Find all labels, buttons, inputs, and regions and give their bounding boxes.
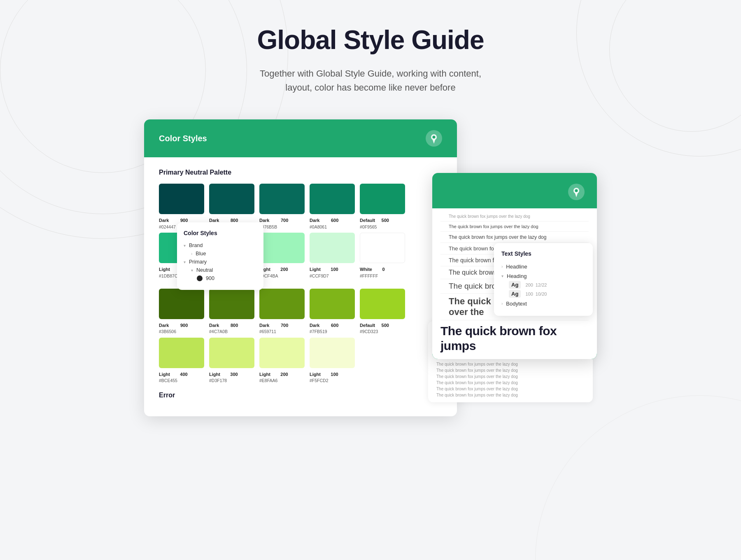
swatch-light-100: Light 100 #CCF9D7 — [310, 233, 355, 279]
swatch-box — [360, 184, 405, 214]
swatch-box — [159, 338, 204, 368]
sidebar-item-label: 900 — [206, 275, 214, 281]
swatch-label: Light 100 #F5FCD2 — [310, 371, 338, 384]
swatch-row-4: Light 400 #BCE455 Light 300 #D3F178 — [159, 338, 442, 384]
swatch-light-green-300: Light 300 #D3F178 — [209, 338, 254, 384]
preview-line: The quick brown fox jumps over the lazy … — [440, 212, 589, 222]
page-content: Global Style Guide Together with Global … — [0, 0, 741, 457]
swatch-box — [310, 233, 355, 263]
text-panel-sub-100: Ag 100 10/20 — [501, 290, 585, 299]
swatch-green-700: Dark 700 #659711 — [259, 289, 305, 335]
swatch-box — [259, 233, 305, 263]
text-bottom-line: The quick brown fox jumps over the lazy … — [436, 392, 585, 398]
swatch-green-900: Dark 900 #3B6506 — [159, 289, 204, 335]
preview-line: The quick brown fox jumps over the lazy … — [440, 222, 589, 232]
swatch-box — [360, 233, 405, 263]
swatch-label: Light 400 #BCE455 — [159, 371, 188, 384]
sidebar-item-label: Brand — [189, 243, 203, 248]
text-bottom-line: The quick brown fox jumps over the lazy … — [436, 386, 585, 392]
swatch-light-200: Light 200 #9CF4BA — [259, 233, 305, 279]
sidebar-item-blue[interactable]: › Blue — [184, 250, 257, 258]
swatch-dark-700: Dark 700 #076B5B — [259, 184, 305, 230]
arrow-icon: › — [501, 264, 503, 269]
sidebar-item-label: Primary — [189, 259, 207, 265]
text-panel-heading[interactable]: ▾ Heading — [501, 271, 585, 281]
swatch-green-600: Dark 600 #7FB519 — [310, 289, 355, 335]
text-card-logo — [568, 184, 585, 200]
swatch-label: Light 200 #9CF4BA — [259, 266, 288, 279]
svg-point-4 — [575, 189, 578, 192]
text-bottom-line: The quick brown fox jumps over the lazy … — [436, 367, 585, 373]
text-panel-bodytext[interactable]: › Bodytext — [501, 299, 585, 308]
swatch-light-green-400: Light 400 #BCE455 — [159, 338, 204, 384]
swatch-label: Dark 800 #4C7A0B — [209, 322, 238, 335]
text-panel-headline[interactable]: › Headline — [501, 262, 585, 271]
panel-item-label: Headline — [506, 264, 527, 270]
swatch-box — [259, 338, 305, 368]
svg-point-1 — [433, 136, 436, 139]
swatch-box — [360, 289, 405, 319]
swatch-box — [209, 184, 254, 214]
color-card-title: Color Styles — [159, 134, 207, 143]
svg-marker-5 — [575, 192, 578, 197]
sidebar-color-panel: Color Styles ▾ Brand › Blue ▾ Primary ▾ … — [177, 222, 263, 290]
arrow-icon: ▾ — [184, 243, 186, 248]
arrow-icon: › — [501, 301, 503, 306]
svg-marker-2 — [432, 139, 436, 144]
size-label: 100 10/20 — [524, 292, 547, 296]
swatch-box — [159, 184, 204, 214]
panel-item-label: Heading — [507, 273, 527, 279]
swatch-label: Dark 700 #659711 — [259, 322, 288, 335]
swatch-box — [209, 289, 254, 319]
text-bottom-line: The quick brown fox jumps over the lazy … — [436, 373, 585, 380]
ag-badge: Ag — [509, 290, 521, 298]
sidebar-item-label: Neutral — [196, 267, 213, 273]
size-label: 200 12/22 — [524, 282, 547, 287]
palette-title: Primary Neutral Palette — [159, 169, 442, 176]
ag-badge: Ag — [509, 281, 521, 289]
text-bottom-line: The quick brown fox jumps over the lazy … — [436, 361, 585, 367]
swatch-label: Light 300 #D3F178 — [209, 371, 238, 384]
error-label: Error — [159, 392, 442, 399]
arrow-icon: ▾ — [191, 268, 193, 273]
swatch-box — [259, 289, 305, 319]
text-panel-sub-200: Ag 200 12/22 — [501, 281, 585, 290]
big-text-preview: The quick brown fox jumps — [432, 320, 597, 359]
swatch-label: Dark 600 #0A8061 — [310, 217, 338, 230]
sidebar-item-primary[interactable]: ▾ Primary — [184, 258, 257, 266]
arrow-icon: › — [191, 252, 192, 256]
swatch-label: Dark 900 #3B6506 — [159, 322, 188, 335]
sidebar-item-brand[interactable]: ▾ Brand — [184, 241, 257, 250]
sidebar-item-neutral[interactable]: ▾ Neutral — [184, 266, 257, 274]
swatch-row-3: Dark 900 #3B6506 Dark 800 #4C7A0B — [159, 289, 442, 335]
arrow-icon: ▾ — [184, 260, 186, 264]
page-subtitle: Together with Global Style Guide, workin… — [255, 67, 486, 95]
swatch-label: Light 100 #CCF9D7 — [310, 266, 338, 279]
sidebar-panel-title: Color Styles — [184, 230, 257, 236]
swatch-label: Light 200 #E8FAA6 — [259, 371, 288, 384]
swatch-green-500: Default 500 #9CD323 — [360, 289, 405, 335]
text-card-header — [432, 173, 597, 208]
swatch-dark-600: Dark 600 #0A8061 — [310, 184, 355, 230]
cards-wrapper: Color Styles Primary Neutral Palette — [144, 119, 597, 457]
swatch-light-green-200: Light 200 #E8FAA6 — [259, 338, 305, 384]
color-card-header: Color Styles — [144, 119, 457, 157]
color-dot — [197, 275, 203, 281]
swatch-box — [310, 338, 355, 368]
arrow-icon: ▾ — [501, 274, 503, 278]
swatch-label: Default 500 #9CD323 — [360, 322, 389, 335]
swatch-label: Dark 600 #7FB519 — [310, 322, 338, 335]
sidebar-item-900[interactable]: 900 — [184, 274, 257, 282]
swatch-label: White 0 #FFFFFF — [360, 266, 385, 279]
swatch-green-800: Dark 800 #4C7A0B — [209, 289, 254, 335]
swatch-light-green-100: Light 100 #F5FCD2 — [310, 338, 355, 384]
swatch-box — [310, 184, 355, 214]
page-title: Global Style Guide — [257, 25, 484, 55]
swatch-box — [159, 289, 204, 319]
swatch-label: Default 500 #0F9565 — [360, 217, 389, 230]
preview-line: The quick brown fox jumps over the lazy … — [440, 232, 589, 243]
swatch-white-0: White 0 #FFFFFF — [360, 233, 405, 279]
panel-item-label: Bodytext — [506, 301, 527, 307]
swatch-label: Dark 700 #076B5B — [259, 217, 288, 230]
text-bottom-line: The quick brown fox jumps over the lazy … — [436, 380, 585, 386]
